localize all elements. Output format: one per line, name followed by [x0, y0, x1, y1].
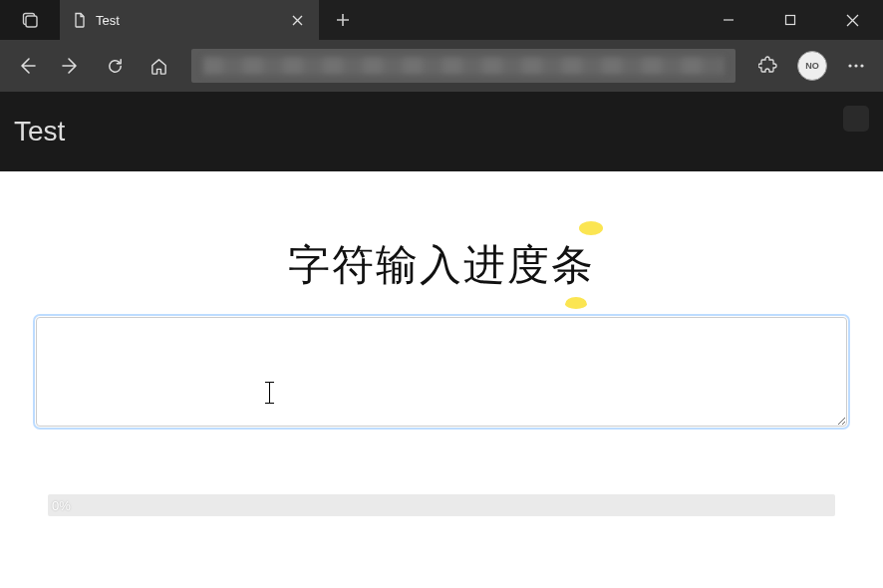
main-heading: 字符输入进度条 — [288, 237, 595, 293]
close-window-button[interactable] — [821, 0, 883, 40]
tabs-icon — [22, 12, 38, 28]
highlight-mark — [565, 297, 587, 309]
svg-rect-2 — [786, 16, 795, 25]
browser-toolbar: NO — [0, 40, 883, 92]
address-bar[interactable] — [191, 49, 736, 83]
close-icon — [292, 15, 303, 26]
refresh-button[interactable] — [94, 45, 136, 87]
page-content: 字符输入进度条 0% — [0, 171, 883, 536]
svg-point-3 — [848, 64, 851, 67]
arrow-left-icon — [17, 56, 37, 76]
svg-rect-1 — [26, 16, 37, 27]
close-icon — [846, 14, 859, 27]
puzzle-icon — [758, 56, 778, 76]
svg-point-5 — [860, 64, 863, 67]
page-header: Test — [0, 92, 883, 171]
address-bar-content — [203, 57, 724, 75]
heading-container: 字符输入进度条 — [288, 237, 595, 293]
progress-container: 0% — [48, 494, 835, 516]
text-cursor-icon — [269, 382, 270, 404]
avatar-icon: NO — [797, 51, 827, 81]
home-button[interactable] — [138, 45, 179, 87]
home-icon — [149, 57, 168, 76]
forward-button[interactable] — [50, 45, 92, 87]
minimize-button[interactable] — [698, 0, 759, 40]
svg-point-4 — [854, 64, 857, 67]
minimize-icon — [723, 14, 735, 26]
maximize-icon — [784, 14, 796, 26]
highlight-mark — [579, 221, 603, 235]
window-titlebar: Test — [0, 0, 883, 40]
tab-close-button[interactable] — [287, 10, 307, 30]
progress-label: 0% — [52, 498, 71, 513]
progress-bar: 0% — [48, 494, 835, 516]
refresh-icon — [106, 57, 125, 76]
maximize-button[interactable] — [759, 0, 821, 40]
back-button[interactable] — [6, 45, 48, 87]
text-input[interactable] — [36, 317, 847, 427]
header-action[interactable] — [843, 106, 869, 132]
tab-strip: Test — [60, 0, 698, 40]
tab-title: Test — [96, 13, 279, 28]
profile-button[interactable]: NO — [791, 45, 833, 87]
ellipsis-icon — [846, 56, 866, 76]
browser-tab[interactable]: Test — [60, 0, 319, 40]
new-tab-button[interactable] — [319, 0, 367, 40]
arrow-right-icon — [61, 56, 81, 76]
more-button[interactable] — [835, 45, 877, 87]
page-icon — [72, 12, 88, 28]
page-title: Test — [14, 116, 65, 147]
tab-actions-button[interactable] — [0, 0, 60, 40]
extensions-button[interactable] — [747, 45, 789, 87]
window-controls — [698, 0, 883, 40]
plus-icon — [336, 13, 350, 27]
